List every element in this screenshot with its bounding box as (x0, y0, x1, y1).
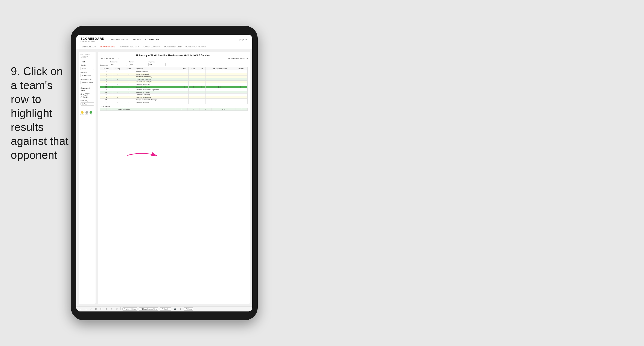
redo-button[interactable]: ↪ (84, 307, 88, 311)
sidebar-school-label: School (Rank) (80, 78, 94, 80)
ncaa-reg (106, 108, 112, 110)
tab-team-h2h-heatmap[interactable]: TEAM H2H HEATMAP (119, 45, 139, 49)
cell-rank: 14 (100, 96, 112, 98)
cell-rank: 12 (100, 91, 112, 93)
gender-dropdown[interactable]: Men's (80, 67, 94, 70)
table-row[interactable]: 2-1Auburn University (100, 70, 248, 73)
table-row[interactable]: 6-2Florida State University (100, 78, 248, 80)
table-row[interactable]: 13-1Texas Tech University (100, 93, 248, 96)
cell-rounds (234, 93, 248, 96)
sidebar-team-label: Team (80, 61, 94, 63)
region-filter-select[interactable]: (All) (129, 63, 146, 66)
table-container: # Rank # Reg # Conf Opponent Win Loss Ti… (100, 67, 248, 302)
cell-rank: 3 (100, 73, 112, 75)
cell-win (180, 98, 188, 101)
view-original-button[interactable]: 👁 View: Original (122, 307, 138, 311)
nav-committee[interactable]: COMMITTEE (145, 38, 159, 41)
cell-loss (188, 98, 198, 101)
sidebar-gender-label: Gender (80, 64, 94, 66)
grid-button[interactable]: ⊞ (94, 307, 98, 311)
nav-tournaments[interactable]: TOURNAMENTS (111, 38, 129, 41)
table-row[interactable]: 11-6University of Arkansas, Fayetteville (100, 88, 248, 91)
cell-diff (206, 101, 234, 104)
cell-rank: 9 (100, 83, 112, 86)
settings-button[interactable]: ⚙ (179, 307, 182, 311)
tablet-screen: SCOREBOARD Powered by clippd TOURNAMENTS… (76, 35, 252, 312)
save-custom-view-button[interactable]: 💾 Save Custom View (139, 307, 158, 311)
share-button[interactable]: ↗ Share (184, 307, 193, 311)
cell-win (180, 70, 188, 73)
main-content: Last Updated: 27/03/2024 16:55:38 Team G… (76, 49, 252, 306)
filter-opponent: Opponent (All) (148, 61, 166, 66)
cell-tie (198, 93, 206, 96)
tab-team-summary[interactable]: TEAM SUMMARY (80, 45, 96, 49)
sign-out-link[interactable]: | Sign out (239, 38, 248, 41)
cell-win (180, 78, 188, 80)
cell-rank: 6 (100, 78, 112, 80)
cell-conf: 1 (123, 70, 135, 73)
table-row[interactable]: 12-3University of Virginia (100, 91, 248, 93)
add-button[interactable]: ⊕ (104, 307, 108, 311)
out-of-division-label: Out of division (100, 105, 248, 107)
tablet-device: SCOREBOARD Powered by clippd TOURNAMENTS… (71, 26, 258, 320)
cell-loss (188, 80, 198, 83)
ncaa-tie: 0 (200, 108, 211, 110)
cell-win (180, 93, 188, 96)
legend-level: Level (85, 111, 88, 115)
legend: Down Level Up (80, 111, 94, 115)
opponent-filter-select[interactable]: (All) (148, 63, 166, 66)
cell-diff: 2.61 (206, 86, 234, 88)
cell-tie (198, 98, 206, 101)
undo-button[interactable]: ↩ (79, 307, 82, 311)
refresh-button[interactable]: ⤾ (89, 307, 92, 311)
cell-tie (198, 75, 206, 78)
division-dropdown[interactable]: NCAA Division I (80, 74, 94, 77)
ncaa-conf (112, 108, 117, 110)
sidebar: Last Updated: 27/03/2024 16:55:38 Team G… (79, 52, 96, 304)
screenshot-button[interactable]: 📷 (173, 307, 177, 311)
radio-dot-top100 (80, 96, 82, 98)
table-row[interactable]: 4-1Arizona State University (100, 75, 248, 78)
cell-tie (198, 101, 206, 104)
division-record: Division Record: 88 - 17 - 0 (227, 57, 248, 59)
remove-button[interactable]: ⊖ (110, 307, 113, 311)
cut-button[interactable]: ✂ (100, 307, 103, 311)
cell-rank: 8 (100, 80, 112, 83)
table-row[interactable]: 8-2University of Washington (100, 80, 248, 83)
radio-opponents-played[interactable]: Opponents Played (80, 93, 94, 96)
time-button[interactable]: ⏱ (115, 307, 119, 311)
cell-conf: 2 (123, 73, 135, 75)
ncaa-rounds: 3 (236, 108, 248, 110)
tab-player-h2h-heatmap[interactable]: PLAYER H2H HEATMAP (186, 45, 207, 49)
nav-teams[interactable]: TEAMS (133, 38, 141, 41)
cell-reg: - (112, 93, 123, 96)
cell-rank: 4 (100, 75, 112, 78)
cell-opponent: University of Oklahoma (135, 96, 180, 98)
cell-rounds (234, 78, 248, 80)
cell-reg: - (112, 78, 123, 80)
filters-row: Opponents: Conference (All) Region (All) (100, 61, 248, 66)
table-row[interactable]: 16-3University of Florida (100, 101, 248, 104)
watch-button[interactable]: 👁 Watch ▾ (160, 307, 171, 311)
cell-reg: - (112, 88, 123, 91)
cell-diff (206, 83, 234, 86)
tab-player-h2h-grid[interactable]: PLAYER H2H GRID (164, 45, 182, 49)
radio-top100[interactable]: Top 100 (80, 96, 94, 98)
cell-loss (188, 96, 198, 98)
table-row[interactable]: 15-4Georgia Institute of Technology (100, 98, 248, 101)
ncaa-div-row[interactable]: NCAA Division II 1 0 0 26.00 3 (100, 108, 248, 110)
tab-team-h2h-grid[interactable]: TEAM H2H GRID (100, 45, 115, 49)
logo-text: SCOREBOARD (80, 37, 104, 40)
table-row[interactable]: 3-2Vanderbilt University (100, 73, 248, 75)
logo-area: SCOREBOARD Powered by clippd (80, 37, 104, 42)
colour-by-dropdown[interactable]: Win/loss (80, 102, 94, 105)
tab-player-summary[interactable]: PLAYER SUMMARY (142, 45, 160, 49)
school-dropdown[interactable]: University of Nort... (80, 81, 94, 84)
conference-filter-select[interactable]: (All) (110, 63, 127, 66)
table-row[interactable]: 10-5University of Alabama3002.618 (100, 86, 248, 88)
data-panel: University of North Carolina Head-to-Hea… (98, 52, 250, 304)
table-row[interactable]: 14-2University of Oklahoma (100, 96, 248, 98)
cell-win (180, 83, 188, 86)
table-row[interactable]: 9-3University of Arizona (100, 83, 248, 86)
panel-title: University of North Carolina Head-to-Hea… (100, 54, 248, 57)
